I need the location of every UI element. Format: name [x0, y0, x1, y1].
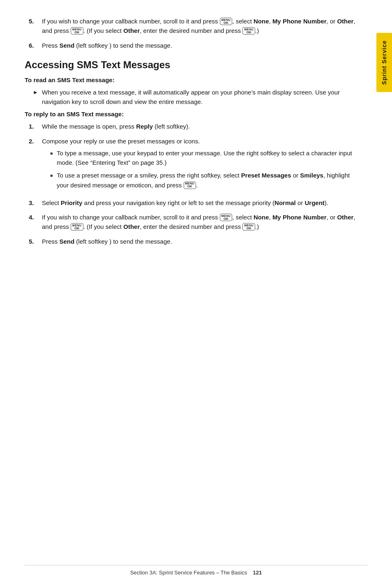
sub-heading-read: To read an SMS Text message:: [25, 76, 359, 83]
item-number: 1.: [29, 122, 42, 131]
numbered-item: 2. Compose your reply or use the preset …: [29, 136, 359, 193]
item-content: Press Send (left softkey ) to send the m…: [42, 237, 359, 246]
sub-bullet-item: ■ To use a preset message or a smiley, p…: [42, 171, 359, 190]
square-icon: ■: [50, 172, 57, 190]
sub-bullet-content: To type a message, use your keypad to en…: [57, 148, 359, 168]
menu-ok-icon: MENUOK: [220, 18, 233, 25]
bullet-item: ► When you receive a text message, it wi…: [25, 88, 359, 107]
side-tab: Sprint Service: [376, 33, 392, 92]
page-container: Sprint Service 5. If you wish to change …: [0, 0, 392, 588]
item-content: Compose your reply or use the preset mes…: [42, 136, 359, 193]
sub-bullet-list: ■ To type a message, use your keypad to …: [42, 148, 359, 190]
page-number: 121: [253, 570, 262, 576]
numbered-item: 3. Select Priority and press your naviga…: [29, 198, 359, 208]
menu-ok-icon: MENUOK: [220, 214, 233, 221]
reply-numbered-list: 1. While the message is open, press Repl…: [25, 122, 359, 246]
numbered-item: 1. While the message is open, press Repl…: [29, 122, 359, 131]
square-icon: ■: [50, 150, 57, 168]
side-tab-label: Sprint Service: [381, 40, 387, 85]
item-content: If you wish to change your callback numb…: [42, 212, 359, 232]
menu-ok-icon: MENUOK: [242, 223, 255, 231]
section-title: Accessing SMS Text Messages: [25, 59, 359, 71]
item-number: 5.: [29, 237, 42, 246]
top-numbered-list: 5. If you wish to change your callback n…: [25, 16, 359, 50]
item-number: 2.: [29, 136, 42, 193]
sub-heading-reply: To reply to an SMS Text message:: [25, 111, 359, 118]
bullet-content: When you receive a text message, it will…: [42, 88, 359, 107]
numbered-item: 5. Press Send (left softkey ) to send th…: [29, 237, 359, 246]
numbered-item: 4. If you wish to change your callback n…: [29, 212, 359, 232]
footer-text: Section 3A: Sprint Service Features – Th…: [130, 570, 247, 576]
item-number: 6.: [29, 41, 42, 50]
menu-ok-icon: MENUOK: [184, 182, 196, 189]
menu-ok-icon: MENUOK: [71, 27, 83, 35]
sub-bullet-content: To use a preset message or a smiley, pre…: [57, 171, 359, 190]
footer: Section 3A: Sprint Service Features – Th…: [25, 565, 367, 576]
numbered-item: 6. Press Send (left softkey ) to send th…: [29, 41, 359, 50]
arrow-icon: ►: [33, 88, 42, 107]
item-number: 5.: [29, 16, 42, 36]
item-content: Select Priority and press your navigatio…: [42, 198, 359, 208]
item-content: If you wish to change your callback numb…: [42, 16, 359, 36]
item-number: 3.: [29, 198, 42, 208]
read-bullet-list: ► When you receive a text message, it wi…: [25, 88, 359, 107]
numbered-item: 5. If you wish to change your callback n…: [29, 16, 359, 36]
item-content: Press Send (left softkey ) to send the m…: [42, 41, 359, 50]
menu-ok-icon: MENUOK: [71, 223, 83, 231]
item-content: While the message is open, press Reply (…: [42, 122, 359, 131]
sub-bullet-item: ■ To type a message, use your keypad to …: [42, 148, 359, 168]
menu-ok-icon: MENUOK: [242, 27, 255, 35]
item-number: 4.: [29, 212, 42, 232]
